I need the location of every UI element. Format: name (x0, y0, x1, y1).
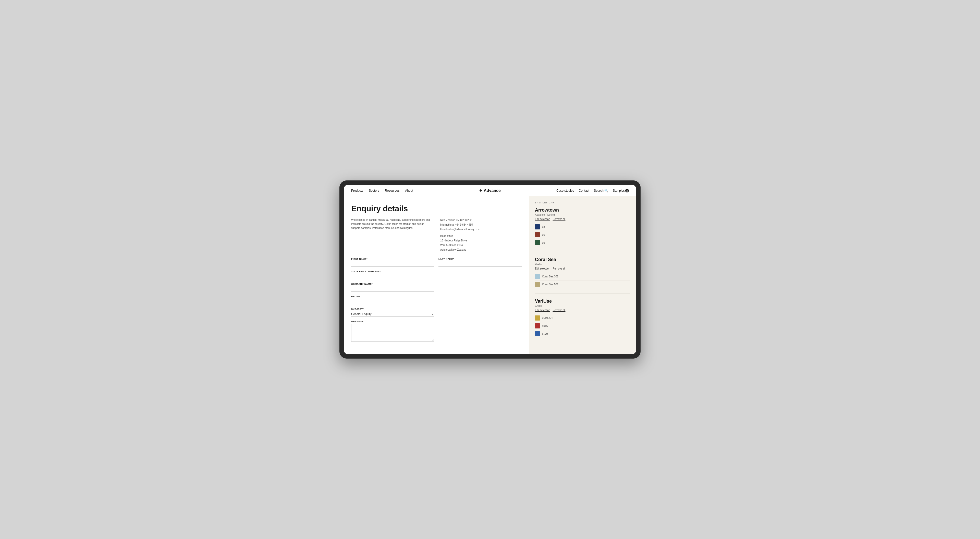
coral-sea-swatch-1: Coral Sea 501 (535, 280, 630, 288)
samples-label: Samples (613, 189, 625, 192)
nz-phone[interactable]: 0508 238 262 (456, 219, 472, 221)
intro-text: We're based in Tāmaki Makaurau Auckland,… (351, 218, 433, 252)
nav-right: Case studies Contact Search 🔍 Samples8 (556, 189, 629, 192)
logo-text: Advance (484, 188, 501, 193)
subject-select[interactable]: General EnquiryProduct EnquirySamples Re… (351, 312, 434, 317)
arrowtown-color-2 (535, 240, 540, 245)
page-content: Enquiry details We're based in Tāmaki Ma… (344, 196, 636, 354)
variuse-edit[interactable]: Edit selection (535, 309, 550, 312)
coral-sea-label-0: Coral Sea 301 (542, 275, 558, 278)
left-panel: Enquiry details We're based in Tāmaki Ma… (344, 196, 529, 354)
first-name-label: FIRST NAME* (351, 258, 434, 260)
enquiry-form: FIRST NAME* LAST NAME* YOUR EMAIL ADDRES… (351, 258, 522, 343)
variuse-swatch-1: 5016 (535, 322, 630, 330)
coral-sea-swatch-0: Coral Sea 301 (535, 273, 630, 280)
variuse-swatch-0: 2519-371 (535, 314, 630, 322)
phone-input[interactable] (351, 299, 434, 304)
cart-product-coral-sea: Coral Sea Voxflor Edit selection Remove … (535, 257, 630, 294)
coral-sea-label-1: Coral Sea 501 (542, 283, 558, 286)
search-icon: 🔍 (605, 189, 608, 192)
arrowtown-label-2: 05 (542, 242, 545, 244)
nav-left: Products Sectors Resources About (351, 189, 413, 192)
nav-samples[interactable]: Samples8 (613, 189, 629, 192)
nav-case-studies[interactable]: Case studies (556, 189, 574, 192)
coral-sea-color-1 (535, 282, 540, 287)
arrowtown-remove[interactable]: Remove all (552, 218, 565, 221)
arrowtown-name: Arrowtown (535, 207, 630, 213)
variuse-remove[interactable]: Remove all (552, 309, 565, 312)
arrowtown-brand: Advance Flooring (535, 213, 630, 216)
name-row: FIRST NAME* LAST NAME* (351, 258, 522, 267)
head-office-label: Head office (440, 234, 522, 238)
email-label: Email (440, 228, 447, 231)
variuse-label-1: 5016 (542, 324, 548, 328)
arrowtown-edit[interactable]: Edit selection (535, 218, 550, 221)
right-panel: SAMPLES CART Arrowtown Advance Flooring … (529, 196, 636, 354)
nav-resources[interactable]: Resources (385, 189, 399, 192)
nav-sectors[interactable]: Sectors (369, 189, 379, 192)
coral-sea-color-0 (535, 274, 540, 279)
variuse-swatch-2: 6170 (535, 330, 630, 338)
variuse-color-0 (535, 315, 540, 321)
variuse-label-0: 2519-371 (542, 317, 553, 320)
subject-select-wrapper: General EnquiryProduct EnquirySamples Re… (351, 312, 434, 317)
coral-sea-brand: Voxflor (535, 263, 630, 266)
email-group: YOUR EMAIL ADDRESS* (351, 270, 522, 279)
arrowtown-label-1: 06 (542, 234, 545, 236)
nz-contact: New Zealand 0508 238 262 (440, 218, 522, 223)
address-line3: Aotearoa New Zealand (440, 248, 522, 252)
intro-section: We're based in Tāmaki Makaurau Auckland,… (351, 218, 522, 252)
nav-contact[interactable]: Contact (579, 189, 589, 192)
device-frame: Products Sectors Resources About ✈ Advan… (339, 180, 641, 359)
nav-search[interactable]: Search 🔍 (594, 189, 608, 192)
arrowtown-actions: Edit selection Remove all (535, 218, 630, 221)
message-label: MESSAGE (351, 320, 522, 323)
phone-label: PHONE (351, 295, 522, 298)
first-name-input[interactable] (351, 261, 434, 267)
arrowtown-color-0 (535, 224, 540, 229)
subject-group: SUBJECT* General EnquiryProduct EnquiryS… (351, 308, 522, 317)
search-label: Search (594, 189, 604, 192)
intl-phone[interactable]: +64 9 634 4455 (455, 223, 473, 226)
email-contact: Email sales@advanceflooring.co.nz (440, 227, 522, 232)
email-label: YOUR EMAIL ADDRESS* (351, 270, 522, 273)
last-name-group: LAST NAME* (438, 258, 522, 267)
intl-label: International (440, 223, 454, 226)
coral-sea-edit[interactable]: Edit selection (535, 267, 550, 270)
arrowtown-label-0: 03 (542, 226, 545, 228)
nav-bar: Products Sectors Resources About ✈ Advan… (344, 185, 636, 196)
variuse-color-2 (535, 331, 540, 336)
subject-label: SUBJECT* (351, 308, 522, 310)
nz-label: New Zealand (440, 219, 455, 221)
variuse-actions: Edit selection Remove all (535, 309, 630, 312)
coral-sea-remove[interactable]: Remove all (552, 267, 565, 270)
arrowtown-swatch-0: 03 (535, 223, 630, 231)
company-input[interactable] (351, 286, 434, 292)
last-name-input[interactable] (438, 261, 522, 267)
cart-product-variuse: VariUse Grabo Edit selection Remove all … (535, 299, 630, 343)
company-label: COMPANY NAME* (351, 283, 522, 285)
variuse-label-2: 6170 (542, 332, 548, 335)
nav-products[interactable]: Products (351, 189, 363, 192)
contact-info: New Zealand 0508 238 262 International +… (440, 218, 522, 252)
message-group: MESSAGE (351, 320, 522, 343)
logo-icon: ✈ (479, 189, 482, 193)
arrowtown-swatch-2: 05 (535, 239, 630, 246)
variuse-color-1 (535, 323, 540, 328)
email-input[interactable] (351, 274, 434, 279)
phone-group: PHONE (351, 295, 522, 304)
page-title: Enquiry details (351, 204, 522, 213)
arrowtown-color-1 (535, 232, 540, 237)
address-line1: 10 Harbour Ridge Drive (440, 238, 522, 243)
variuse-brand: Grabo (535, 304, 630, 307)
cart-product-arrowtown: Arrowtown Advance Flooring Edit selectio… (535, 207, 630, 252)
intl-contact: International +64 9 634 4455 (440, 223, 522, 227)
first-name-group: FIRST NAME* (351, 258, 434, 267)
samples-count: 8 (625, 189, 629, 192)
nav-logo[interactable]: ✈ Advance (479, 188, 501, 193)
coral-sea-name: Coral Sea (535, 257, 630, 262)
email-link[interactable]: sales@advanceflooring.co.nz (447, 228, 481, 231)
message-textarea[interactable] (351, 324, 434, 342)
nav-about[interactable]: About (405, 189, 413, 192)
company-group: COMPANY NAME* (351, 283, 522, 292)
